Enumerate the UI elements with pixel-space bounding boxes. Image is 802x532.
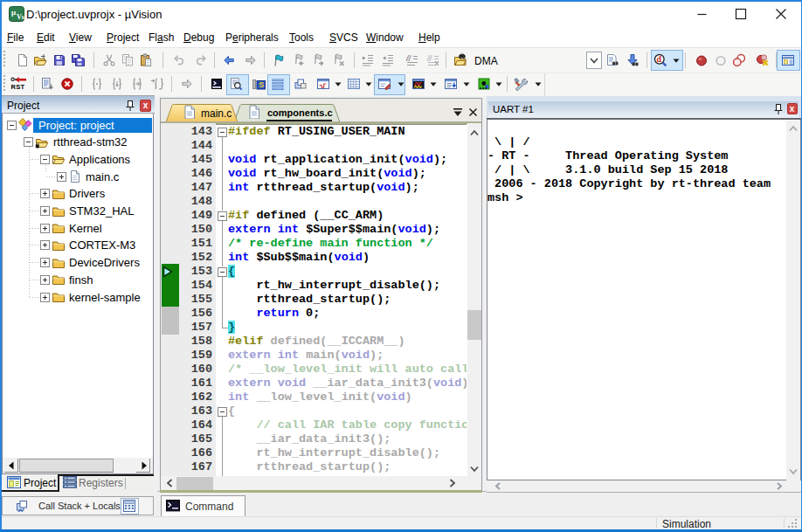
svg-text:d: d xyxy=(657,54,662,64)
svg-text:μ: μ xyxy=(11,8,16,17)
svg-text:S: S xyxy=(259,80,264,89)
svg-text://: // xyxy=(426,54,433,63)
svg-text:RST: RST xyxy=(11,83,25,90)
svg-text:Vs: Vs xyxy=(17,13,24,21)
svg-text://: // xyxy=(405,54,412,63)
